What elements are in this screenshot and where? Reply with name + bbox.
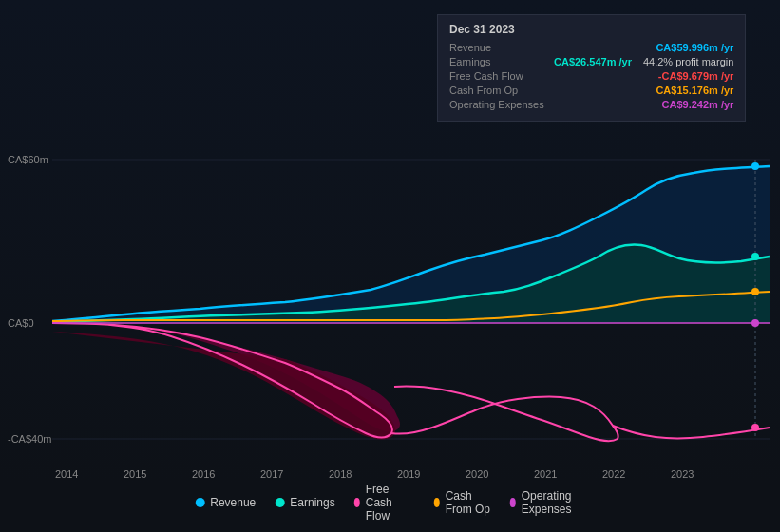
tooltip-row-revenue: Revenue CA$59.996m /yr (449, 42, 733, 53)
chart-container: CA$60m CA$0 -CA$40m 2014 2015 2016 2017 … (0, 0, 780, 532)
tooltip-value-fcf: -CA$9.679m /yr (658, 70, 734, 82)
x-label-2020: 2020 (466, 468, 488, 480)
tooltip-label-earnings: Earnings (449, 56, 554, 67)
legend-label-cashfromop: Cash From Op (446, 489, 491, 516)
y-label-bottom: -CA$40m (8, 433, 51, 445)
x-label-2014: 2014 (55, 468, 78, 480)
tooltip-label-fcf: Free Cash Flow (449, 70, 554, 82)
legend-dot-revenue (195, 498, 204, 507)
x-label-2015: 2015 (124, 468, 146, 480)
x-label-2021: 2021 (534, 468, 557, 480)
legend-label-fcf: Free Cash Flow (366, 483, 415, 522)
tooltip-label-revenue: Revenue (449, 42, 554, 53)
x-label-2016: 2016 (192, 468, 215, 480)
y-label-top: CA$60m (8, 154, 48, 165)
tooltip-value-earnings: CA$26.547m /yr (554, 56, 632, 67)
tooltip-panel: Dec 31 2023 Revenue CA$59.996m /yr Earni… (437, 14, 746, 122)
tooltip-value-cashfromop: CA$15.176m /yr (656, 85, 733, 96)
legend-item-earnings: Earnings (275, 496, 334, 509)
svg-point-6 (751, 253, 759, 260)
x-label-2017: 2017 (260, 468, 283, 480)
legend-item-revenue: Revenue (195, 496, 256, 509)
x-label-2018: 2018 (329, 468, 352, 480)
tooltip-row-fcf: Free Cash Flow -CA$9.679m /yr (449, 70, 733, 82)
tooltip-label-cashfromop: Cash From Op (449, 85, 554, 96)
tooltip-label-opex: Operating Expenses (449, 99, 554, 110)
svg-point-8 (751, 288, 759, 295)
tooltip-row-earnings: Earnings CA$26.547m /yr 44.2% profit mar… (449, 56, 733, 67)
legend-item-opex: Operating Expenses (510, 489, 585, 516)
tooltip-value-revenue: CA$59.996m /yr (656, 42, 733, 53)
tooltip-row-cashfromop: Cash From Op CA$15.176m /yr (449, 85, 733, 96)
legend-dot-fcf (354, 498, 360, 507)
legend-item-fcf: Free Cash Flow (354, 483, 415, 522)
legend-dot-opex (510, 498, 516, 507)
legend-label-revenue: Revenue (210, 496, 256, 509)
y-label-zero: CA$0 (8, 317, 34, 329)
tooltip-profit-margin: 44.2% profit margin (643, 56, 733, 67)
legend-dot-earnings (275, 498, 284, 507)
svg-point-5 (751, 162, 759, 170)
tooltip-date: Dec 31 2023 (449, 23, 733, 36)
legend-label-earnings: Earnings (290, 496, 334, 509)
x-label-2019: 2019 (397, 468, 420, 480)
legend-label-opex: Operating Expenses (522, 489, 585, 516)
x-label-2022: 2022 (602, 468, 625, 480)
tooltip-value-opex: CA$9.242m /yr (662, 99, 734, 110)
legend-item-cashfromop: Cash From Op (434, 489, 491, 516)
svg-point-7 (751, 424, 759, 431)
svg-point-9 (751, 319, 759, 327)
chart-legend: Revenue Earnings Free Cash Flow Cash Fro… (195, 483, 585, 522)
tooltip-row-opex: Operating Expenses CA$9.242m /yr (449, 99, 733, 110)
legend-dot-cashfromop (434, 498, 440, 507)
x-label-2023: 2023 (671, 468, 694, 480)
